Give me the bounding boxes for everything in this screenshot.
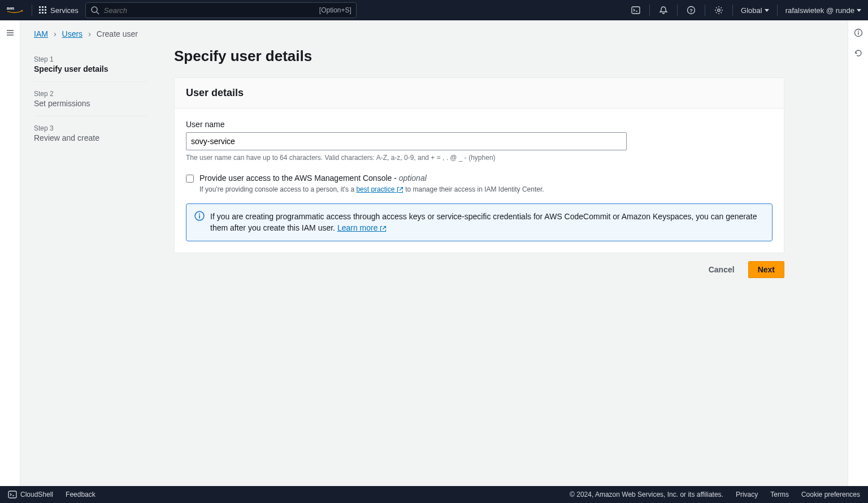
svg-line-2 (97, 12, 99, 14)
info-icon (194, 211, 205, 234)
svg-point-15 (858, 31, 859, 32)
region-selector[interactable]: Global (741, 6, 769, 15)
terms-link[interactable]: Terms (770, 491, 789, 498)
search-input[interactable] (104, 6, 315, 15)
caret-down-icon (857, 9, 861, 12)
username-input[interactable] (186, 132, 627, 150)
search-shortcut: [Option+S] (319, 6, 351, 14)
link-text: best practice (356, 185, 394, 193)
best-practice-link[interactable]: best practice (356, 185, 403, 193)
wizard-step-3[interactable]: Step 3 Review and create (34, 116, 147, 150)
account-label: rafalswietek @ runde (785, 6, 854, 15)
top-navigation: aws Services [Option+S] ? Global rafalsw… (0, 0, 868, 20)
panel-header: User details (175, 78, 784, 109)
refresh-icon[interactable] (853, 47, 864, 59)
panel-body: User name The user name can have up to 6… (175, 109, 784, 253)
footer-right: © 2024, Amazon Web Services, Inc. or its… (570, 491, 860, 498)
left-rail (0, 20, 20, 486)
breadcrumb-current: Create user (97, 29, 138, 38)
divider (732, 5, 733, 16)
step-label: Step 2 (34, 90, 147, 98)
wizard-step-1[interactable]: Step 1 Specify user details (34, 47, 147, 82)
info-text: If you are creating programmatic access … (210, 211, 764, 234)
console-access-hint: If you're providing console access to a … (199, 185, 544, 193)
step-title: Set permissions (34, 99, 147, 108)
breadcrumb-root[interactable]: IAM (34, 29, 48, 38)
search-bar[interactable]: [Option+S] (85, 2, 357, 18)
breadcrumb-parent[interactable]: Users (62, 29, 83, 38)
caret-down-icon (765, 9, 769, 12)
privacy-link[interactable]: Privacy (736, 491, 758, 498)
search-icon (90, 6, 99, 15)
chevron-right-icon: › (88, 29, 91, 38)
cloudshell-icon[interactable] (630, 5, 641, 16)
username-label: User name (186, 120, 772, 129)
info-box: If you are creating programmatic access … (186, 203, 772, 241)
divider (32, 5, 32, 16)
main-content: IAM › Users › Create user Step 1 Specify… (20, 20, 848, 486)
console-access-checkbox[interactable] (186, 175, 194, 183)
username-hint: The user name can have up to 64 characte… (186, 154, 772, 162)
hamburger-icon[interactable] (5, 27, 16, 38)
settings-icon[interactable] (713, 5, 724, 16)
notifications-icon[interactable] (658, 5, 669, 16)
svg-point-12 (199, 214, 200, 215)
main-layout: IAM › Users › Create user Step 1 Specify… (0, 20, 868, 486)
console-access-label-text: Provide user access to the AWS Managemen… (199, 174, 399, 183)
services-label: Services (50, 6, 79, 15)
copyright: © 2024, Amazon Web Services, Inc. or its… (570, 491, 723, 498)
wizard-step-2[interactable]: Step 2 Set permissions (34, 82, 147, 116)
svg-point-1 (92, 7, 97, 12)
breadcrumb: IAM › Users › Create user (34, 29, 834, 38)
panel-title: User details (186, 87, 772, 99)
external-link-icon (380, 226, 387, 232)
hint-suffix: to manage their access in IAM Identity C… (403, 185, 544, 193)
step-label: Step 3 (34, 124, 147, 132)
learn-more-link[interactable]: Learn more (337, 223, 387, 232)
aws-logo[interactable]: aws (7, 5, 25, 15)
region-label: Global (741, 6, 762, 15)
content-row: Step 1 Specify user details Step 2 Set p… (34, 47, 834, 278)
svg-rect-13 (199, 215, 200, 219)
feedback-link[interactable]: Feedback (66, 491, 96, 498)
help-icon[interactable]: ? (685, 5, 697, 16)
link-text: Learn more (337, 223, 378, 232)
svg-text:?: ? (689, 8, 693, 14)
svg-text:aws: aws (7, 6, 14, 10)
account-menu[interactable]: rafalswietek @ runde (785, 6, 861, 15)
console-access-row: Provide user access to the AWS Managemen… (186, 173, 772, 193)
svg-rect-3 (632, 7, 640, 14)
footer-bar: CloudShell Feedback © 2024, Amazon Web S… (0, 486, 868, 503)
svg-rect-17 (8, 491, 16, 498)
divider (649, 5, 650, 16)
cloudshell-icon (8, 490, 17, 499)
step-title: Review and create (34, 133, 147, 142)
user-details-panel: User details User name The user name can… (174, 77, 784, 253)
next-button[interactable]: Next (748, 261, 784, 278)
info-text-prefix: If you are creating programmatic access … (210, 212, 757, 232)
divider (677, 5, 678, 16)
wizard-steps: Step 1 Specify user details Step 2 Set p… (34, 47, 147, 278)
console-access-label: Provide user access to the AWS Managemen… (199, 174, 427, 183)
hint-prefix: If you're providing console access to a … (199, 185, 356, 193)
info-panel-icon[interactable] (853, 27, 864, 38)
divider (705, 5, 705, 16)
step-title: Specify user details (34, 64, 147, 73)
grid-icon (39, 6, 47, 14)
svg-point-7 (718, 9, 720, 11)
step-label: Step 1 (34, 55, 147, 63)
cancel-button[interactable]: Cancel (700, 261, 744, 278)
cloudshell-button[interactable]: CloudShell (8, 490, 53, 499)
services-menu-button[interactable]: Services (39, 6, 79, 15)
cookie-prefs-link[interactable]: Cookie preferences (801, 491, 860, 498)
svg-rect-16 (858, 32, 858, 35)
page-title: Specify user details (174, 47, 784, 65)
external-link-icon (397, 187, 403, 193)
optional-text: optional (399, 174, 427, 183)
right-rail (848, 20, 868, 486)
topnav-right: ? Global rafalswietek @ runde (630, 5, 861, 16)
divider (777, 5, 778, 16)
action-row: Cancel Next (174, 261, 784, 278)
page: Specify user details User details User n… (174, 47, 784, 278)
cloudshell-label: CloudShell (20, 491, 53, 498)
